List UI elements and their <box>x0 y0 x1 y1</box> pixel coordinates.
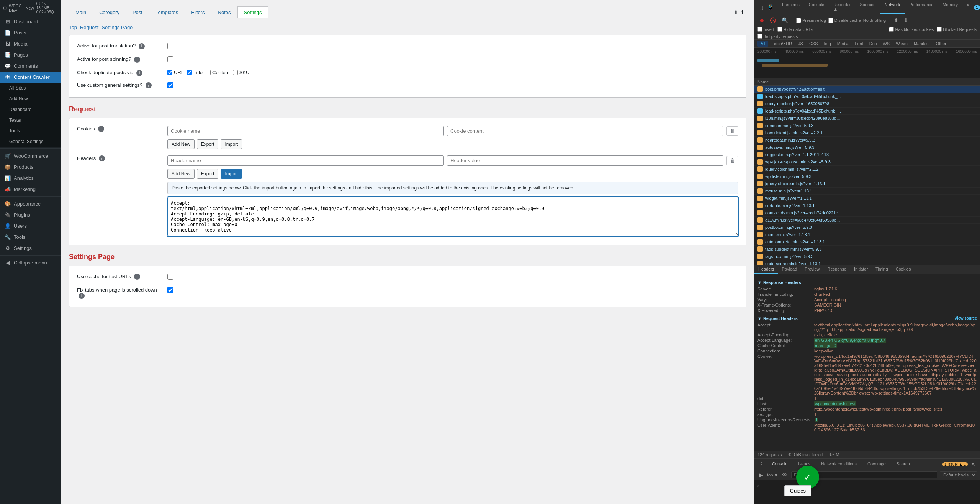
devtools-tab-network[interactable]: Network <box>880 1 905 14</box>
record-btn[interactable]: ⏺ <box>757 16 766 24</box>
network-row[interactable]: heartbeat.min.js?ver=5.9.3 <box>754 137 980 144</box>
filter-search-btn[interactable]: 🔍 <box>780 16 790 24</box>
network-row[interactable]: autocomplete.min.js?ver=1.13.1 <box>754 238 980 246</box>
checkbox-invert[interactable] <box>757 27 762 32</box>
network-row[interactable]: menu.min.js?ver=1.13.1 <box>754 231 980 238</box>
sidebar-item-all-sites[interactable]: All Sites <box>0 83 61 93</box>
sidebar-item-settings[interactable]: ⚙ Settings <box>0 243 61 254</box>
sidebar-item-dashboard-sub[interactable]: Dashboard <box>0 104 61 115</box>
sidebar-item-tools[interactable]: 🔧 Tools <box>0 232 61 243</box>
devtools-tab-console[interactable]: Console <box>804 1 829 14</box>
sidebar-item-appearance[interactable]: 🎨 Appearance <box>0 198 61 209</box>
details-tab-payload[interactable]: Payload <box>778 265 801 274</box>
console-eye-btn[interactable]: 👁 <box>780 471 789 479</box>
cookie-import-btn[interactable]: Import <box>221 139 242 149</box>
sidebar-item-analytics[interactable]: 📊 Analytics <box>0 173 61 184</box>
console-execute-btn[interactable]: ▶ <box>757 471 765 479</box>
checkbox-cache-test-urls[interactable] <box>167 274 173 280</box>
network-row[interactable]: post.php?post=942&action=edit <box>754 86 980 93</box>
breadcrumb-top[interactable]: Top <box>69 24 77 30</box>
label-url[interactable]: URL <box>167 70 184 75</box>
label-has-blocked-cookies[interactable]: Has blocked cookies <box>889 27 934 32</box>
sidebar-item-content-crawler[interactable]: 🕷 Content Crawler <box>0 72 61 83</box>
clear-btn[interactable]: 🚫 <box>768 16 778 24</box>
devtools-inspect-btn[interactable]: ⬚ <box>757 3 765 11</box>
tab-templates[interactable]: Templates <box>149 6 185 18</box>
checkbox-third-party[interactable] <box>757 34 762 39</box>
devtools-tab-more[interactable]: » <box>962 1 974 14</box>
network-row[interactable]: mouse.min.js?ver=1.13.1 <box>754 188 980 195</box>
tab-notes[interactable]: Notes <box>211 6 237 18</box>
filter-doc[interactable]: Doc <box>866 41 880 47</box>
checkbox-title[interactable] <box>187 70 192 75</box>
devtools-tab-memory[interactable]: Memory <box>938 1 962 14</box>
checkbox-disable-cache[interactable] <box>828 18 833 23</box>
request-headers-section-header[interactable]: ▼ Request Headers View source <box>757 316 977 321</box>
header-import-btn[interactable]: Import <box>221 169 242 179</box>
network-row[interactable]: i18n.min.js?ver=30fcecb428a0e8383d... <box>754 115 980 122</box>
checkbox-preserve-log[interactable] <box>796 18 801 23</box>
devtools-tab-recorder[interactable]: Recorder ▲ <box>829 1 855 14</box>
filter-other[interactable]: Other <box>933 41 949 47</box>
tab-filters[interactable]: Filters <box>185 6 211 18</box>
devtools-tab-sources[interactable]: Sources <box>855 1 880 14</box>
header-value-input[interactable] <box>447 155 723 166</box>
network-row[interactable]: load-scripts.php?c=0&load%5Bchunk_... <box>754 93 980 100</box>
tab-main[interactable]: Main <box>69 6 93 18</box>
sidebar-item-tester[interactable]: Tester <box>0 115 61 126</box>
network-row[interactable]: common.min.js?ver=5.9.3 <box>754 122 980 129</box>
network-row[interactable]: jquery.color.min.js?ver=2.1.2 <box>754 166 980 173</box>
breadcrumb-request[interactable]: Request <box>80 24 98 30</box>
network-row[interactable]: query-monitor.js?ver=1650086798 <box>754 100 980 108</box>
network-row[interactable]: autosave.min.js?ver=5.9.3 <box>754 144 980 151</box>
import-textarea[interactable]: Accept: text/html,application/xhtml+xml,… <box>167 197 738 236</box>
sidebar-item-collapse[interactable]: ◀ Collapse menu <box>0 257 61 268</box>
export-btn[interactable]: ⬇ <box>902 16 910 24</box>
label-invert[interactable]: Invert <box>757 27 774 32</box>
info-icon-tab[interactable]: ℹ <box>741 9 743 15</box>
checkbox-has-blocked-cookies[interactable] <box>889 27 894 32</box>
filter-media[interactable]: Media <box>834 41 852 47</box>
response-headers-section-header[interactable]: ▼Response Headers <box>757 280 977 285</box>
console-tab-search[interactable]: Search <box>892 460 915 468</box>
sidebar-item-woocommerce[interactable]: 🛒 WooCommerce <box>0 150 61 161</box>
devtools-tab-performance[interactable]: Performance <box>905 1 938 14</box>
sidebar-item-media[interactable]: 🖼 Media <box>0 38 61 49</box>
sidebar-item-dashboard[interactable]: ⊞ Dashboard <box>0 16 61 27</box>
info-active-spinning[interactable]: i <box>134 57 140 63</box>
network-row[interactable]: underscore.min.js?ver=1.13.1 <box>754 260 980 265</box>
filter-css[interactable]: CSS <box>806 41 821 47</box>
label-content[interactable]: Content <box>206 70 230 75</box>
network-row[interactable]: suggest.min.js?ver=1.1-20110113 <box>754 151 980 158</box>
tab-category[interactable]: Category <box>93 6 126 18</box>
header-add-btn[interactable]: Add New <box>167 169 195 179</box>
devtools-tab-elements[interactable]: Elements <box>777 1 804 14</box>
checkbox-hide-data-urls[interactable] <box>777 27 782 32</box>
info-cache-test-urls[interactable]: i <box>134 274 140 280</box>
network-row[interactable]: sortable.min.js?ver=1.13.1 <box>754 202 980 209</box>
header-name-input[interactable] <box>167 155 444 166</box>
network-row[interactable]: widget.min.js?ver=1.13.1 <box>754 195 980 202</box>
label-preserve-log[interactable]: Preserve log <box>796 18 826 23</box>
filter-wasm[interactable]: Wasm <box>893 41 911 47</box>
filter-js[interactable]: JS <box>795 41 806 47</box>
site-name[interactable]: WPCC DEV <box>9 3 22 13</box>
details-tab-timing[interactable]: Timing <box>872 265 892 274</box>
new-label[interactable]: New <box>26 6 34 10</box>
label-blocked-requests[interactable]: Blocked Requests <box>937 27 977 32</box>
details-tab-initiator[interactable]: Initiator <box>850 265 872 274</box>
checkbox-active-spinning[interactable] <box>167 56 173 62</box>
header-export-btn[interactable]: Export <box>197 169 219 179</box>
console-level-select[interactable]: Default levels <box>940 471 977 478</box>
checkbox-content[interactable] <box>206 70 211 75</box>
network-row[interactable]: a11y.min.js?ver=68e470cf840f69530e... <box>754 217 980 224</box>
label-sku[interactable]: SKU <box>233 70 250 75</box>
info-active-translation[interactable]: i <box>139 43 145 49</box>
info-custom-settings[interactable]: i <box>146 82 152 88</box>
cookie-export-btn[interactable]: Export <box>197 139 219 149</box>
console-tab-coverage[interactable]: Coverage <box>863 460 890 468</box>
info-check-duplicates[interactable]: i <box>136 70 142 76</box>
guides-button[interactable]: Guides <box>784 485 811 496</box>
console-close-btn[interactable]: ✕ <box>969 460 977 468</box>
cookie-delete-btn[interactable]: 🗑 <box>726 126 738 136</box>
